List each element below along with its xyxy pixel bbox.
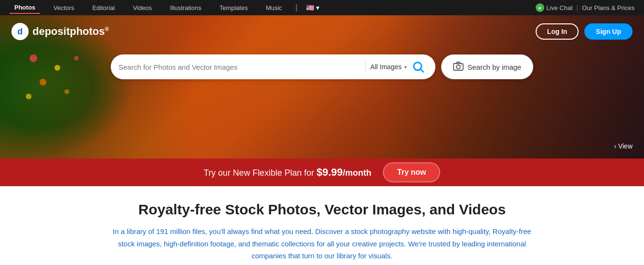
logo-text: depositphotos® [32,25,109,38]
description-text: In a library of 191 million files, you'l… [113,227,531,260]
search-divider [365,60,366,74]
content-section: Royalty-free Stock Photos, Vector Images… [0,186,644,265]
main-heading: Royalty-free Stock Photos, Vector Images… [29,201,615,218]
search-submit-button[interactable] [409,57,428,76]
chevron-right-icon: › [614,142,616,150]
svg-point-10 [461,64,462,65]
nav-music[interactable]: Music [261,2,287,13]
hero-section: d depositphotos® Log In Sign Up All Imag… [0,15,644,159]
live-chat-button[interactable]: ● Live Chat [536,3,573,12]
nav-divider: | [296,3,297,12]
sub-description: In a library of 191 million files, you'l… [107,225,537,262]
camera-icon [453,61,464,73]
view-label: View [618,142,633,150]
nav-illustrations[interactable]: Illustrations [165,2,206,13]
live-chat-label: Live Chat [547,4,573,11]
logo[interactable]: d depositphotos® [11,23,109,40]
svg-point-2 [40,79,46,85]
search-box: All Images ▾ [111,54,435,79]
chevron-down-icon: ▾ [316,4,319,11]
nav-photos[interactable]: Photos [10,2,40,14]
signup-button[interactable]: Sign Up [584,23,633,40]
nav-editorial[interactable]: Editorial [87,2,119,13]
svg-point-4 [26,94,32,99]
language-selector[interactable]: 🇺🇸 ▾ [306,4,319,11]
promo-text: Try our New Flexible Plan for $9.99/mont… [204,166,371,179]
svg-point-9 [456,65,460,69]
plans-prices-link[interactable]: Our Plans & Prices [582,4,634,11]
live-chat-icon: ● [536,3,544,12]
nav-videos[interactable]: Videos [128,2,157,13]
login-button[interactable]: Log In [536,23,579,40]
main-header: d depositphotos® Log In Sign Up [0,15,644,45]
dropdown-chevron-icon: ▾ [404,64,407,70]
try-now-button[interactable]: Try now [383,162,440,182]
view-button[interactable]: › View [614,142,633,150]
image-type-dropdown[interactable]: All Images ▾ [370,63,407,71]
nav-vectors[interactable]: Vectors [49,2,79,13]
dropdown-label: All Images [370,63,401,71]
svg-point-5 [64,89,69,94]
flag-icon: 🇺🇸 [306,4,314,11]
search-by-image-button[interactable]: Search by image [441,54,533,79]
top-bar-right: ● Live Chat | Our Plans & Prices [536,3,634,12]
svg-line-7 [421,69,423,72]
search-icon [412,60,425,74]
header-auth-buttons: Log In Sign Up [536,23,633,40]
search-input[interactable] [118,63,360,71]
search-by-image-label: Search by image [467,63,521,71]
nav-templates[interactable]: Templates [215,2,253,13]
search-area: All Images ▾ Search by image [0,45,644,79]
promo-banner: Try our New Flexible Plan for $9.99/mont… [0,159,644,186]
promo-price: $9.99 [317,166,343,178]
top-bar: Photos Vectors Editorial Videos Illustra… [0,0,644,15]
topbar-divider: | [577,4,579,11]
top-nav: Photos Vectors Editorial Videos Illustra… [10,2,319,14]
logo-icon: d [11,23,29,40]
